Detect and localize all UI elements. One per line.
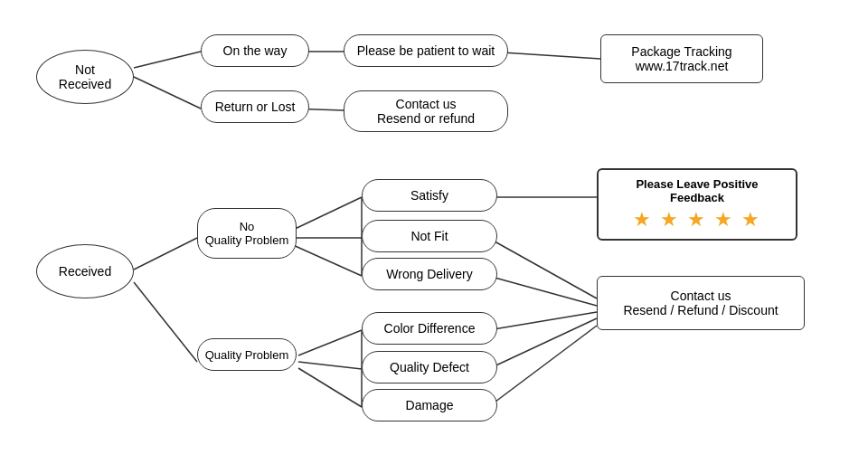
svg-line-7 bbox=[291, 197, 362, 231]
received-node: Received bbox=[36, 244, 134, 298]
quality-defect-label: Quality Defect bbox=[390, 360, 469, 374]
wrong-delivery-label: Wrong Delivery bbox=[386, 267, 472, 281]
quality-defect-node: Quality Defect bbox=[362, 351, 497, 384]
return-or-lost-node: Return or Lost bbox=[201, 90, 309, 123]
no-quality-problem-label: No Quality Problem bbox=[205, 220, 288, 247]
svg-line-14 bbox=[298, 362, 362, 369]
svg-line-12 bbox=[488, 276, 597, 306]
svg-line-15 bbox=[298, 368, 362, 407]
positive-feedback-box: Please Leave Positive Feedback ★ ★ ★ ★ ★ bbox=[597, 168, 797, 241]
positive-feedback-label: Please Leave Positive Feedback bbox=[609, 177, 785, 204]
on-the-way-node: On the way bbox=[201, 34, 309, 67]
patient-label: Please be patient to wait bbox=[357, 43, 495, 58]
svg-line-18 bbox=[488, 326, 597, 407]
wrong-delivery-node: Wrong Delivery bbox=[362, 258, 497, 290]
contact-resend-refund-discount-label: Contact us Resend / Refund / Discount bbox=[623, 289, 778, 317]
svg-line-17 bbox=[488, 318, 597, 369]
svg-line-11 bbox=[488, 238, 597, 298]
damage-label: Damage bbox=[406, 398, 454, 412]
svg-line-5 bbox=[134, 238, 197, 270]
return-or-lost-label: Return or Lost bbox=[215, 99, 296, 114]
not-received-node: Not Received bbox=[36, 50, 134, 104]
quality-problem-label: Quality Problem bbox=[205, 348, 288, 362]
on-the-way-label: On the way bbox=[223, 43, 288, 58]
svg-line-9 bbox=[291, 244, 362, 276]
not-fit-label: Not Fit bbox=[410, 229, 448, 243]
contact-resend-refund-discount-node: Contact us Resend / Refund / Discount bbox=[597, 276, 805, 330]
diagram: Not Received On the way Return or Lost P… bbox=[0, 0, 868, 464]
quality-problem-node: Quality Problem bbox=[197, 338, 297, 371]
not-received-label: Not Received bbox=[59, 62, 111, 91]
damage-node: Damage bbox=[362, 389, 497, 421]
package-tracking-label: Package Tracking www.17track.net bbox=[631, 44, 731, 73]
svg-line-0 bbox=[134, 52, 201, 68]
received-label: Received bbox=[59, 264, 111, 279]
color-difference-node: Color Difference bbox=[362, 312, 497, 345]
stars-display: ★ ★ ★ ★ ★ bbox=[609, 208, 785, 232]
svg-line-16 bbox=[488, 312, 597, 330]
svg-line-6 bbox=[134, 282, 197, 362]
svg-line-13 bbox=[298, 330, 362, 355]
satisfy-label: Satisfy bbox=[410, 188, 448, 203]
no-quality-problem-node: No Quality Problem bbox=[197, 208, 297, 259]
color-difference-label: Color Difference bbox=[384, 321, 476, 336]
svg-line-1 bbox=[134, 77, 201, 109]
package-tracking-node: Package Tracking www.17track.net bbox=[600, 34, 763, 83]
satisfy-node: Satisfy bbox=[362, 179, 497, 212]
not-fit-node: Not Fit bbox=[362, 220, 497, 252]
patient-node: Please be patient to wait bbox=[344, 34, 508, 67]
contact-resend-refund-node: Contact us Resend or refund bbox=[344, 90, 508, 132]
contact-resend-refund-label: Contact us Resend or refund bbox=[377, 97, 475, 126]
